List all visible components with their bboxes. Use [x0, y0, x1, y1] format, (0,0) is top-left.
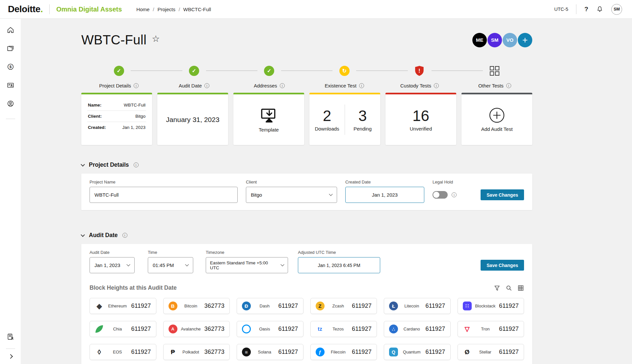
project-details-section-header[interactable]: Project Details i: [81, 161, 532, 168]
project-name-label: Project Name: [90, 180, 238, 184]
info-icon[interactable]: i: [134, 83, 139, 88]
coin-name: Bitcoin: [177, 303, 204, 308]
info-icon[interactable]: i: [204, 83, 209, 88]
member-avatar[interactable]: ME: [472, 33, 487, 47]
time-select[interactable]: 01:45 PM: [148, 257, 193, 273]
table-grid-icon[interactable]: [517, 285, 524, 291]
expand-sidebar-chevron-icon[interactable]: [8, 354, 13, 359]
filter-icon[interactable]: [494, 285, 500, 291]
search-icon[interactable]: [506, 285, 512, 291]
info-icon[interactable]: i: [506, 83, 511, 88]
info-icon[interactable]: i: [122, 233, 127, 238]
main-content: WBTC-Full ☆ MESMVO+ ✓ Project Detailsi ✓…: [21, 19, 632, 364]
user-avatar[interactable]: SM: [611, 4, 622, 15]
step-other-tests[interactable]: Other Testsi: [457, 65, 532, 88]
info-icon[interactable]: i: [280, 83, 285, 88]
block-height-chip: Ø Stellar 611927: [458, 344, 524, 360]
projects-folder-icon[interactable]: [7, 44, 14, 52]
info-icon[interactable]: i: [434, 83, 439, 88]
info-icon[interactable]: i: [452, 192, 457, 197]
block-height-value: 611927: [352, 326, 372, 332]
page-title: WBTC-Full: [81, 33, 146, 47]
svg-text:$: $: [9, 65, 12, 69]
account-user-icon[interactable]: [7, 100, 14, 108]
block-height-chip: ∷ Blockstack 611927: [458, 298, 524, 314]
coin-name: Filecoin: [325, 350, 352, 354]
dash-icon: Ð: [242, 302, 251, 310]
breadcrumb: Home / Projects / WBCTC-Full: [136, 7, 211, 12]
step-custody-tests[interactable]: ! Custody Testsi: [382, 65, 457, 88]
deloitte-logo[interactable]: Deloitte.: [8, 4, 43, 14]
breadcrumb-projects[interactable]: Projects: [157, 7, 175, 12]
block-height-value: 611927: [426, 303, 445, 309]
created-date-input[interactable]: Jan 1, 2023: [345, 187, 424, 203]
add-member-button[interactable]: +: [518, 33, 532, 47]
existence-test-card[interactable]: 2 Downloads 3 Pending: [309, 93, 380, 145]
eos-icon: ◊: [95, 348, 104, 356]
custody-tests-card[interactable]: 16 Unverified: [385, 93, 456, 145]
time-label: Time: [148, 250, 193, 255]
step-audit-date[interactable]: ✓ Audit Datei: [156, 65, 231, 88]
left-sidebar: $: [0, 19, 21, 364]
info-icon[interactable]: i: [134, 162, 139, 167]
audit-date-card[interactable]: January 31, 2023: [157, 93, 228, 145]
created-date-label: Created Date: [345, 180, 424, 184]
timezone-select[interactable]: Eastern Standard Time +5:00 UTC: [206, 257, 288, 273]
legal-hold-label: Legal Hold: [433, 180, 457, 184]
breadcrumb-home[interactable]: Home: [136, 7, 149, 12]
block-height-chip: Ð Dash 611927: [237, 298, 303, 314]
collapse-chevron-icon[interactable]: [81, 162, 85, 167]
id-card-icon[interactable]: [7, 81, 14, 89]
avalanche-icon: A: [169, 325, 177, 333]
member-avatar[interactable]: SM: [487, 33, 502, 47]
coin-name: Tron: [472, 327, 499, 331]
addresses-template-card[interactable]: Template: [233, 93, 304, 145]
legal-hold-toggle[interactable]: [433, 191, 448, 199]
notifications-bell-icon[interactable]: [596, 6, 603, 13]
client-select[interactable]: Bitgo: [246, 187, 337, 203]
timezone-indicator[interactable]: UTC-5: [554, 7, 568, 12]
block-height-chip: ◊ EOS 611927: [90, 344, 156, 360]
save-changes-button[interactable]: Save Changes: [481, 260, 524, 271]
step-existence-test[interactable]: ↻ Existence Testi: [307, 65, 382, 88]
audit-date-section-header[interactable]: Audit Date i: [81, 232, 532, 239]
chevron-down-icon: [280, 262, 284, 266]
help-icon[interactable]: ?: [584, 6, 588, 13]
audit-date-select[interactable]: Jan 1, 2023: [90, 257, 135, 273]
block-height-value: 611927: [352, 303, 372, 309]
step-project-details[interactable]: ✓ Project Detailsi: [81, 65, 156, 88]
downloads-count: 2: [323, 108, 331, 123]
favorite-star-icon[interactable]: ☆: [152, 34, 160, 44]
divider: [576, 4, 576, 14]
block-height-chip: ▽ Tron 611927: [458, 321, 524, 337]
project-name-input[interactable]: WBTC-Full: [90, 187, 238, 203]
block-heights-title: Block Heights at this Audit Date: [90, 284, 177, 291]
adjusted-utc-time-input[interactable]: Jan 1, 2023 6:45 PM: [298, 257, 380, 273]
product-name[interactable]: Omnia Digital Assets: [56, 6, 122, 13]
project-details-card[interactable]: Name:WBTC-Full Client:Bitgo Created:Jan …: [81, 93, 152, 145]
member-avatar[interactable]: VO: [503, 33, 517, 47]
field-label: Client:: [88, 114, 102, 119]
top-bar: Deloitte. Omnia Digital Assets Home / Pr…: [0, 0, 632, 19]
chevron-down-icon: [185, 262, 189, 266]
audit-report-icon[interactable]: [7, 333, 14, 341]
section-title: Project Details: [89, 161, 129, 168]
breadcrumb-current: WBCTC-Full: [183, 7, 211, 12]
block-height-value: 362773: [204, 349, 224, 355]
add-audit-test-card[interactable]: Add Audit Test: [461, 93, 532, 145]
block-height-value: 362773: [204, 303, 224, 309]
block-height-chip: ≡ Solana 611927: [237, 344, 303, 360]
billing-dollar-icon[interactable]: $: [7, 63, 14, 71]
step-addresses[interactable]: ✓ Addressesi: [232, 65, 307, 88]
add-plus-circle-icon: [489, 108, 505, 123]
field-value: Jan 1, 2023: [122, 125, 145, 130]
save-changes-button[interactable]: Save Changes: [481, 189, 524, 200]
home-icon[interactable]: [7, 26, 14, 34]
coin-name: Quantum: [398, 350, 426, 354]
divider: [6, 119, 15, 119]
stellar-icon: Ø: [463, 348, 472, 356]
collapse-chevron-icon[interactable]: [81, 233, 85, 237]
chevron-down-icon: [329, 192, 332, 196]
timezone-label: Timezone: [206, 250, 288, 255]
info-icon[interactable]: i: [359, 83, 364, 88]
